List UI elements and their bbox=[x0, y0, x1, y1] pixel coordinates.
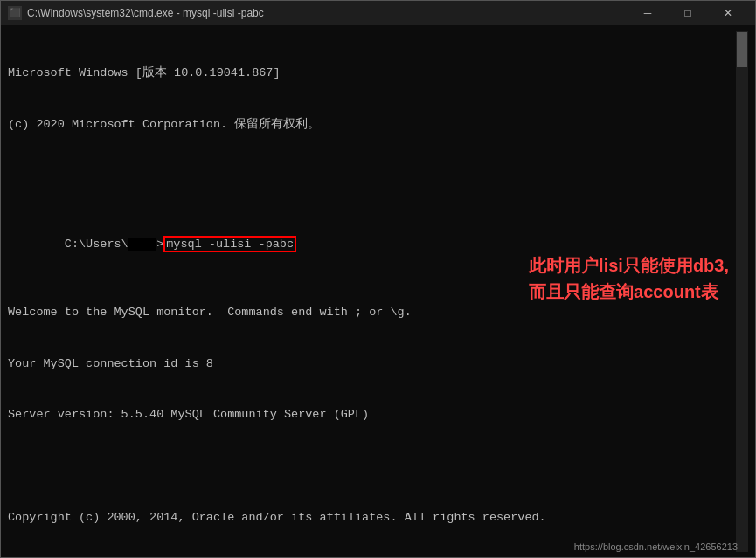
watermark: https://blog.csdn.net/weixin_42656213 bbox=[574, 541, 738, 552]
line-blank1 bbox=[8, 168, 736, 185]
close-button[interactable]: ✕ bbox=[708, 1, 748, 25]
terminal-content: Microsoft Windows [版本 10.0.19041.867] (c… bbox=[1, 25, 755, 557]
window-controls: ─ □ ✕ bbox=[628, 1, 748, 25]
cmd-icon: ⬛ bbox=[8, 6, 22, 20]
annotation: 此时用户lisi只能使用db3, 而且只能查询account表 bbox=[529, 252, 729, 305]
line-win-ver: Microsoft Windows [版本 10.0.19041.867] bbox=[8, 65, 736, 82]
line-welcome: Welcome to the MySQL monitor. Commands e… bbox=[8, 304, 736, 321]
scrollbar[interactable] bbox=[736, 31, 748, 552]
title-bar: ⬛ C:\Windows\system32\cmd.exe - mysql -u… bbox=[1, 1, 755, 25]
line-copyright: (c) 2020 Microsoft Corporation. 保留所有权利。 bbox=[8, 116, 736, 134]
title-text: C:\Windows\system32\cmd.exe - mysql -uli… bbox=[27, 7, 628, 19]
line-connid: Your MySQL connection id is 8 bbox=[8, 355, 736, 373]
scrollbar-thumb[interactable] bbox=[737, 32, 747, 67]
prompt-path: C:\Users\ > bbox=[65, 238, 163, 251]
maximize-button[interactable]: □ bbox=[668, 1, 708, 25]
cmd-highlight-1: mysql -ulisi -pabc bbox=[163, 236, 296, 252]
minimize-button[interactable]: ─ bbox=[628, 1, 668, 25]
line-server: Server version: 5.5.40 MySQL Community S… bbox=[8, 406, 736, 424]
cmd-window: ⬛ C:\Windows\system32\cmd.exe - mysql -u… bbox=[0, 0, 756, 558]
line-copy2: Copyright (c) 2000, 2014, Oracle and/or … bbox=[8, 509, 736, 527]
line-blank2 bbox=[8, 458, 736, 475]
